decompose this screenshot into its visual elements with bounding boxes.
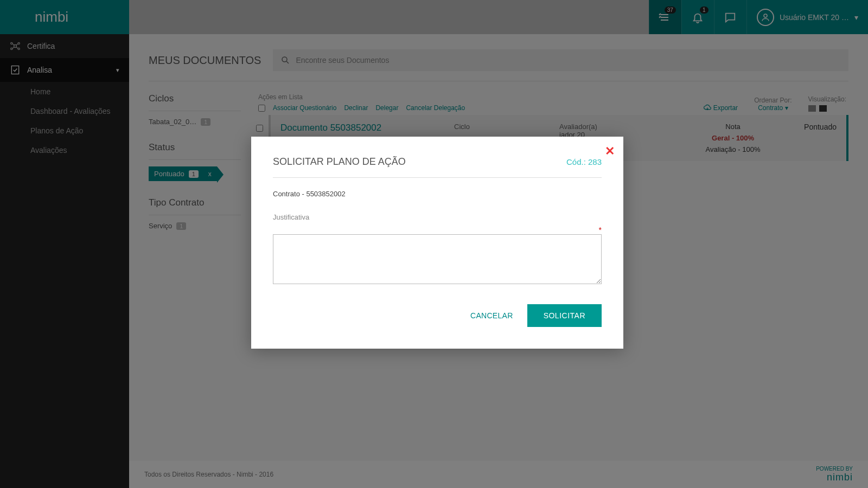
submit-button[interactable]: SOLICITAR	[527, 304, 602, 327]
modal-actions: CANCELAR SOLICITAR	[273, 304, 602, 327]
modal-title: SOLICITAR PLANO DE AÇÃO	[273, 156, 406, 168]
required-indicator: *	[273, 226, 602, 234]
cancel-button[interactable]: CANCELAR	[470, 311, 513, 320]
modal-header: SOLICITAR PLANO DE AÇÃO Cód.: 283	[273, 156, 602, 178]
justificativa-textarea[interactable]	[273, 234, 602, 284]
modal-code: Cód.: 283	[566, 157, 602, 166]
modal-solicitar-plano: ✕ SOLICITAR PLANO DE AÇÃO Cód.: 283 Cont…	[251, 137, 623, 349]
close-icon[interactable]: ✕	[605, 144, 615, 158]
modal-contrato: Contrato - 5503852002	[273, 190, 602, 198]
justificativa-label: Justificativa	[273, 213, 602, 221]
